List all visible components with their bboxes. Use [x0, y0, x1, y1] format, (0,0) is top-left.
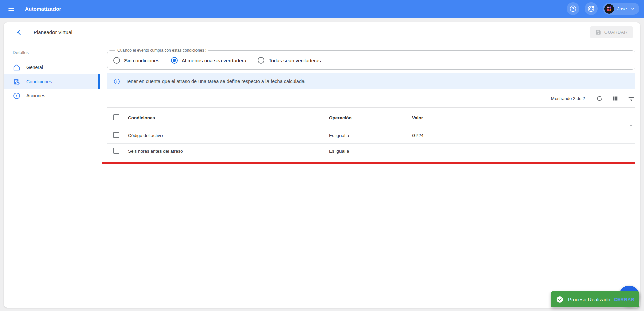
cell-condicion: Código del activo	[122, 133, 324, 138]
table-row[interactable]: Seis horas antes del atraso Es igual a	[107, 144, 635, 159]
refresh-icon	[596, 95, 603, 102]
page-title: Planeador Virtual	[34, 29, 72, 35]
column-resize-handle[interactable]	[630, 123, 632, 126]
radio-icon	[258, 57, 264, 64]
info-banner: Tener en cuenta que el atraso de una tar…	[107, 73, 635, 89]
cell-condicion: Seis horas antes del atraso	[122, 149, 324, 154]
help-icon	[569, 5, 577, 13]
user-menu[interactable]: Jose	[603, 3, 639, 15]
play-circle-icon	[13, 92, 21, 100]
column-header-valor[interactable]: Valor	[406, 108, 635, 128]
filter-icon	[628, 95, 635, 102]
menu-button[interactable]	[5, 2, 18, 15]
table-header-row: Condiciones Operación Valor	[107, 108, 635, 128]
radio-label: Al menos una sea verdadera	[182, 58, 246, 63]
cell-operacion: Es igual a	[324, 133, 406, 138]
conditions-table: Condiciones Operación Valor	[107, 107, 635, 159]
save-button-label: GUARDAR	[604, 30, 628, 35]
radio-todas-verdaderas[interactable]: Todas sean verdaderas	[258, 57, 321, 64]
radio-icon	[171, 57, 178, 64]
fact-check-icon	[13, 78, 21, 86]
columns-icon	[612, 95, 618, 102]
radio-label: Todas sean verdaderas	[269, 58, 321, 63]
avatar	[604, 4, 614, 14]
showing-count: Mostrando 2 de 2	[551, 96, 585, 101]
conditions-fieldset: Cuando el evento cumpla con estas condic…	[107, 48, 635, 70]
cell-operacion: Es igual a	[324, 149, 406, 154]
sidebar-section-label: Detalles	[4, 45, 100, 60]
select-all-checkbox[interactable]	[113, 114, 119, 120]
row-checkbox[interactable]	[113, 132, 119, 138]
save-icon	[595, 29, 601, 35]
filter-button[interactable]	[627, 94, 635, 103]
toast-message: Proceso Realizado	[568, 297, 610, 302]
radio-icon	[113, 57, 120, 64]
content-card: Planeador Virtual GUARDAR Detalles Gener…	[4, 22, 640, 308]
columns-button[interactable]	[611, 94, 619, 103]
back-button[interactable]	[13, 27, 25, 38]
radio-label: Sin condiciones	[124, 58, 159, 63]
table-toolbar: Mostrando 2 de 2	[107, 89, 635, 107]
save-button[interactable]: GUARDAR	[590, 26, 633, 38]
radio-sin-condiciones[interactable]: Sin condiciones	[113, 57, 159, 64]
main-panel: Cuando el evento cumpla con estas condic…	[100, 42, 640, 308]
info-icon	[113, 78, 120, 85]
radio-al-menos-una[interactable]: Al menos una sea verdadera	[171, 57, 246, 64]
conditions-legend: Cuando el evento cumpla con estas condic…	[115, 48, 208, 53]
sidebar: Detalles General Condiciones	[4, 42, 100, 308]
goal-target-icon	[587, 5, 595, 13]
help-button[interactable]	[567, 2, 579, 15]
info-banner-text: Tener en cuenta que el atraso de una tar…	[126, 79, 305, 84]
page-header: Planeador Virtual GUARDAR	[4, 22, 640, 42]
toast-close-button[interactable]: CERRAR	[614, 297, 634, 302]
sidebar-item-acciones[interactable]: Acciones	[4, 89, 100, 103]
sidebar-item-condiciones[interactable]: Condiciones	[4, 74, 100, 89]
sidebar-item-label: General	[26, 65, 43, 70]
hamburger-icon	[8, 5, 15, 12]
sidebar-item-general[interactable]: General	[4, 60, 100, 74]
refresh-button[interactable]	[595, 94, 604, 103]
home-icon	[13, 64, 21, 71]
success-toast: Proceso Realizado CERRAR	[551, 291, 639, 307]
chevron-left-icon	[15, 29, 23, 36]
sidebar-item-label: Condiciones	[26, 79, 52, 84]
app-title: Automatizador	[25, 6, 61, 12]
goal-button[interactable]	[585, 2, 598, 15]
user-name: Jose	[617, 6, 627, 11]
column-header-condiciones[interactable]: Condiciones	[122, 108, 324, 128]
column-header-operacion[interactable]: Operación	[324, 108, 406, 128]
chevron-down-icon	[630, 6, 635, 11]
table-row[interactable]: Código del activo Es igual a GP24	[107, 128, 635, 144]
check-circle-icon	[556, 296, 564, 303]
alert-divider	[102, 162, 635, 164]
row-checkbox[interactable]	[113, 148, 119, 154]
sidebar-item-label: Acciones	[26, 93, 45, 98]
app-bar: Automatizador	[0, 0, 644, 18]
cell-valor: GP24	[406, 133, 635, 138]
